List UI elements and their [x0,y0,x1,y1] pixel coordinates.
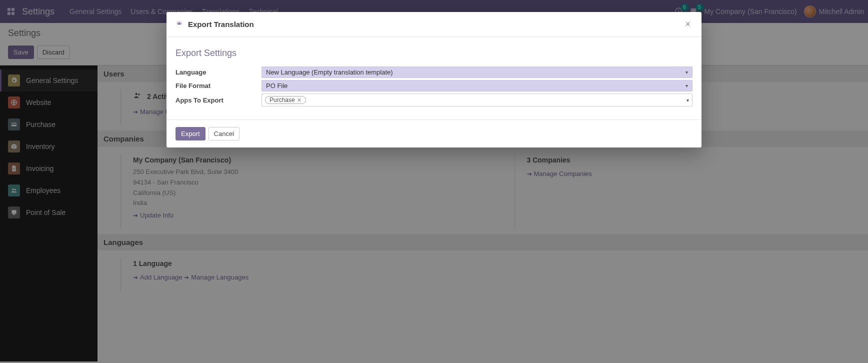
bug-icon[interactable] [176,20,183,29]
caret-down-icon[interactable]: ▾ [686,98,689,103]
remove-tag-icon[interactable]: ✕ [297,97,302,104]
modal-footer: Export Cancel [166,120,702,148]
chevron-down-icon: ▾ [686,70,688,75]
cancel-button[interactable]: Cancel [208,127,240,140]
label-language: Language [176,68,262,76]
chevron-down-icon: ▾ [686,83,688,88]
file-format-select[interactable]: PO File ▾ [262,80,692,92]
language-value: New Language (Empty translation template… [266,68,393,76]
modal-header: Export Translation × [166,12,702,37]
close-icon[interactable]: × [683,19,692,30]
modal-title: Export Translation [188,20,683,28]
language-select[interactable]: New Language (Empty translation template… [262,66,692,78]
label-apps-to-export: Apps To Export [176,96,262,104]
apps-to-export-input[interactable]: Purchase ✕ ▾ [262,94,692,106]
export-translation-modal: Export Translation × Export Settings Lan… [166,12,702,148]
app-tag-purchase: Purchase ✕ [265,96,306,104]
label-file-format: File Format [176,82,262,90]
modal-section-heading: Export Settings [176,48,692,58]
export-button[interactable]: Export [176,127,206,140]
file-format-value: PO File [266,82,288,90]
modal-body: Export Settings Language New Language (E… [166,37,702,120]
